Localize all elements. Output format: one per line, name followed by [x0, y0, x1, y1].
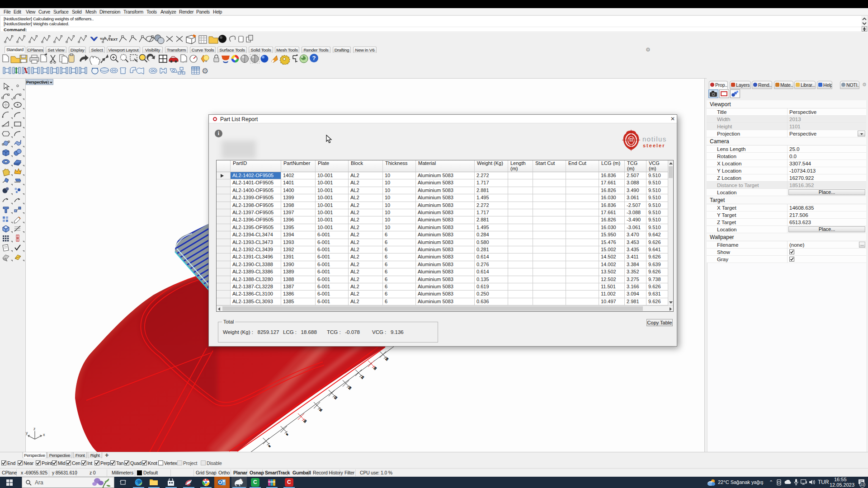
- svg-text:TEXT: TEXT: [108, 38, 118, 42]
- svg-text:x: x: [43, 432, 45, 437]
- svg-text:9: 9: [286, 433, 289, 436]
- svg-text:8: 8: [268, 445, 271, 448]
- svg-text:y: y: [26, 431, 28, 435]
- svg-text:notilus: notilus: [642, 135, 667, 143]
- svg-text:⚙: ⚙: [202, 67, 208, 75]
- svg-text:6: 6: [241, 479, 242, 482]
- svg-text:TEXT: TEXT: [100, 38, 107, 40]
- svg-text:steeler: steeler: [643, 143, 665, 148]
- svg-text:z: z: [33, 427, 36, 431]
